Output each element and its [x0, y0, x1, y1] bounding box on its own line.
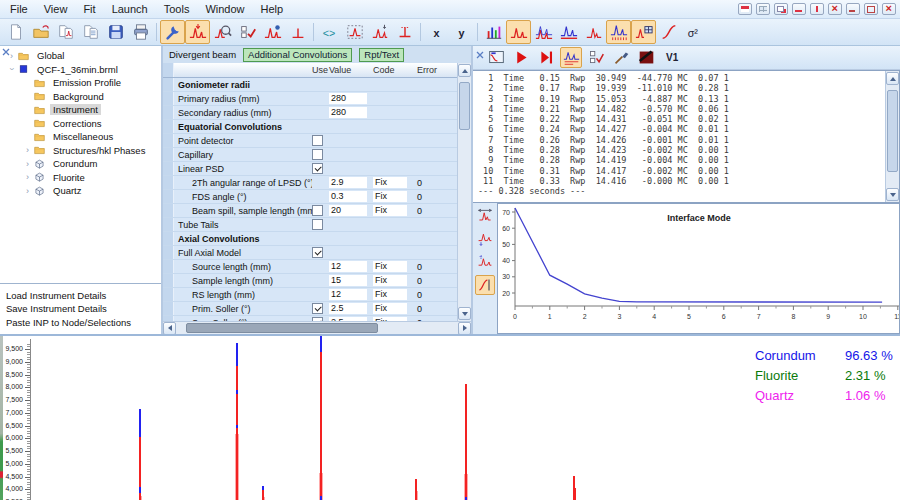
- expand-collapsed-icon[interactable]: ›: [22, 159, 33, 169]
- hscroll-thumb[interactable]: [186, 323, 378, 333]
- code-input[interactable]: Fix: [373, 191, 407, 202]
- cascade-windows-icon[interactable]: [774, 3, 788, 15]
- close-fit-panel-icon[interactable]: [475, 50, 485, 60]
- shift-down-icon[interactable]: [475, 229, 495, 249]
- checkbox-checked[interactable]: [312, 303, 323, 314]
- menu-fit[interactable]: Fit: [75, 2, 103, 16]
- code-input[interactable]: Fix: [373, 205, 407, 216]
- menu-file[interactable]: File: [2, 2, 36, 16]
- menu-window[interactable]: Window: [197, 2, 252, 16]
- tolerance-icon[interactable]: [285, 20, 310, 44]
- tree-item-miscellaneous[interactable]: Miscellaneous: [4, 130, 161, 144]
- minimize-app-icon[interactable]: [846, 3, 860, 15]
- scroll-right-icon[interactable]: [458, 322, 471, 335]
- insert-peak-icon[interactable]: [367, 20, 392, 44]
- close-window-x-icon[interactable]: [828, 3, 842, 15]
- code-input[interactable]: Fix: [373, 275, 407, 286]
- run-converge-icon[interactable]: [535, 47, 557, 68]
- value-input[interactable]: 15: [329, 275, 367, 286]
- split-window-icon[interactable]: [810, 3, 824, 15]
- expand-expanded-icon[interactable]: ›: [7, 64, 17, 75]
- code-view-icon[interactable]: <>: [317, 20, 342, 44]
- import-scans-icon[interactable]: [53, 20, 78, 44]
- peak-pick-icon[interactable]: [260, 20, 285, 44]
- hkl-ticks-icon[interactable]: [606, 20, 631, 44]
- menu-view[interactable]: View: [36, 2, 76, 16]
- value-input[interactable]: 2.5: [329, 303, 367, 314]
- tree-item-fluorite[interactable]: ›Fluorite: [4, 171, 161, 185]
- multi-scan-icon[interactable]: [531, 20, 556, 44]
- tolerance2-icon[interactable]: [392, 20, 417, 44]
- code-input[interactable]: Fix: [373, 289, 407, 300]
- value-input[interactable]: 2.9: [329, 177, 367, 188]
- vscroll-thumb[interactable]: [459, 82, 470, 130]
- checkbox-unchecked[interactable]: [312, 149, 323, 160]
- new-document-icon[interactable]: [3, 20, 28, 44]
- x-axis-icon[interactable]: x: [424, 20, 449, 44]
- tab-additional-convolutions[interactable]: Additional Convolutions: [243, 48, 352, 62]
- expand-collapsed-icon[interactable]: ›: [22, 186, 33, 196]
- print-icon[interactable]: [128, 20, 153, 44]
- single-scan-icon[interactable]: [506, 20, 531, 44]
- fit-wrench-icon[interactable]: [160, 20, 185, 44]
- sigma2-icon[interactable]: σ²: [681, 20, 706, 44]
- tree-item-corundum[interactable]: ›Corundum: [4, 157, 161, 171]
- vscroll-thumb[interactable]: [887, 90, 898, 172]
- scroll-left-icon[interactable]: [163, 322, 176, 335]
- value-input[interactable]: 280: [329, 107, 367, 118]
- baseline-scan-icon[interactable]: [556, 20, 581, 44]
- menu-tools[interactable]: Tools: [156, 2, 198, 16]
- value-input[interactable]: 12: [329, 261, 367, 272]
- tree-item-instrument[interactable]: Instrument: [4, 103, 161, 117]
- range-x-icon[interactable]: [475, 206, 495, 226]
- expand-collapsed-icon[interactable]: ›: [22, 172, 33, 182]
- value-input[interactable]: 280: [329, 93, 367, 104]
- grid-windows-icon[interactable]: [756, 3, 770, 15]
- brush-icon[interactable]: [610, 47, 632, 68]
- checkbox-checked[interactable]: [312, 247, 323, 258]
- range-box-icon[interactable]: [342, 20, 367, 44]
- tree-item-corrections[interactable]: Corrections: [4, 117, 161, 131]
- scroll-down-icon[interactable]: [458, 307, 471, 320]
- tree-item-background[interactable]: Background: [4, 90, 161, 104]
- parameter-table-hscrollbar[interactable]: [163, 321, 471, 334]
- refine-options-icon[interactable]: [235, 20, 260, 44]
- peak-fit-icon[interactable]: [185, 20, 210, 44]
- code-input[interactable]: Fix: [373, 303, 407, 314]
- interface-window-icon[interactable]: [485, 47, 507, 68]
- surface-plot-icon[interactable]: [481, 20, 506, 44]
- code-input[interactable]: Fix: [373, 177, 407, 188]
- open-file-icon[interactable]: [28, 20, 53, 44]
- action-save-instrument-details[interactable]: Save Instrument Details: [6, 302, 155, 316]
- tree-item-emission-profile[interactable]: Emission Profile: [4, 76, 161, 90]
- iterations-icon[interactable]: [475, 275, 495, 295]
- tab-divergent-beam[interactable]: Divergent beam: [169, 49, 236, 60]
- run-icon[interactable]: [510, 47, 532, 68]
- menu-help[interactable]: Help: [253, 2, 292, 16]
- fit-options-icon[interactable]: [585, 47, 607, 68]
- checkbox-unchecked[interactable]: [312, 135, 323, 146]
- expand-collapsed-icon[interactable]: ›: [22, 145, 33, 155]
- menu-launch[interactable]: Launch: [104, 2, 156, 16]
- code-input[interactable]: Fix: [373, 261, 407, 272]
- minimize-window-icon[interactable]: [792, 3, 806, 15]
- checkbox-checked[interactable]: [312, 163, 323, 174]
- close-app-icon[interactable]: [882, 3, 896, 15]
- output-vscrollbar[interactable]: [885, 71, 899, 202]
- action-paste-inp-to-node-selections[interactable]: Paste INP to Node/Selections: [6, 316, 155, 330]
- tree-item-quartz[interactable]: ›Quartz: [4, 184, 161, 198]
- close-panel-icon[interactable]: [1, 47, 11, 57]
- fit-progress-icon[interactable]: [560, 47, 582, 68]
- value-input[interactable]: 20: [329, 205, 367, 216]
- scroll-up-icon[interactable]: [886, 72, 899, 85]
- shift-up-icon[interactable]: [475, 252, 495, 272]
- phase-grid-icon[interactable]: [631, 20, 656, 44]
- checkbox-unchecked[interactable]: [312, 205, 323, 216]
- checkbox-unchecked[interactable]: [312, 219, 323, 230]
- calc-scan-icon[interactable]: [581, 20, 606, 44]
- restore-app-icon[interactable]: [864, 3, 878, 15]
- tile-windows-icon[interactable]: [738, 3, 752, 15]
- scroll-down-icon[interactable]: [886, 188, 899, 201]
- value-input[interactable]: 0.3: [329, 191, 367, 202]
- copy-scans-icon[interactable]: [78, 20, 103, 44]
